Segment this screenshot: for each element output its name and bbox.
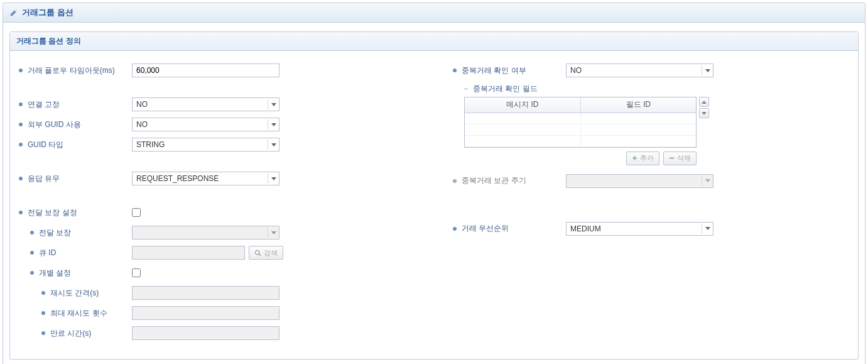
guid-type-combo[interactable]: STRING: [132, 138, 279, 152]
response-label: 응답 유무: [28, 174, 60, 184]
expire-row: 만료 시간(s): [19, 326, 415, 340]
flow-timeout-row: 거래 플로우 타임아웃(ms): [19, 63, 415, 77]
queue-id-label: 큐 ID: [39, 248, 56, 258]
response-row: 응답 유무 REQUEST_RESPONSE: [19, 172, 415, 185]
panel-title: 거래그룹 옵션: [22, 7, 73, 18]
fixed-conn-value: NO: [136, 100, 148, 109]
chevron-down-icon: [268, 140, 278, 150]
individual-row: 개별 설정: [19, 266, 415, 280]
dup-check-label: 중복거래 확인 여부: [462, 65, 526, 76]
priority-label: 거래 우선순위: [462, 223, 509, 234]
grid-col-field-id[interactable]: 필드 ID: [580, 97, 696, 113]
left-column: 거래 플로우 타임아웃(ms) 연결 고정 NO: [19, 57, 440, 346]
ext-guid-row: 외부 GUID 사용 NO: [19, 118, 415, 131]
panel-header: 거래그룹 옵션: [3, 3, 865, 23]
retry-interval-input[interactable]: [132, 286, 279, 300]
panel-body: 거래그룹 옵션 정의 거래 플로우 타임아웃(ms) 연결 고정: [3, 23, 865, 364]
scroll-down-button[interactable]: [699, 108, 709, 118]
delivery-row: 전달 보장: [19, 226, 415, 240]
chevron-down-icon: [268, 174, 278, 184]
chevron-down-icon: [702, 176, 712, 186]
grid-scroll-buttons: [699, 97, 709, 148]
delivery-setting-label: 전달 보장 설정: [28, 207, 77, 218]
fixed-conn-combo[interactable]: NO: [132, 97, 279, 111]
trade-group-options-panel: 거래그룹 옵션 거래그룹 옵션 정의 거래 플로우 타임아웃(ms) 연결 고정: [3, 3, 865, 364]
dup-check-value: NO: [570, 66, 582, 75]
ext-guid-combo[interactable]: NO: [132, 118, 279, 131]
fixed-conn-label: 연결 고정: [28, 99, 60, 110]
chevron-down-icon: [268, 119, 278, 130]
ext-guid-value: NO: [136, 120, 148, 129]
section-title: 거래그룹 옵션 정의: [10, 32, 858, 51]
individual-checkbox[interactable]: [132, 268, 141, 277]
svg-line-1: [259, 254, 261, 256]
fixed-conn-row: 연결 고정 NO: [19, 97, 415, 111]
add-button[interactable]: 추가: [626, 152, 659, 165]
search-button[interactable]: 검색: [249, 246, 283, 260]
dash-icon: [464, 89, 468, 89]
dup-fields-subhead: 중복거래 확인 필드: [464, 84, 849, 94]
chevron-down-icon: [702, 224, 712, 234]
queue-id-input[interactable]: [132, 246, 245, 260]
chevron-down-icon: [702, 65, 712, 75]
max-retry-label: 최대 재시도 횟수: [50, 308, 107, 319]
dup-fields-grid[interactable]: 메시지 ID 필드 ID: [464, 97, 697, 148]
guid-type-value: STRING: [136, 140, 165, 149]
response-combo[interactable]: REQUEST_RESPONSE: [132, 172, 279, 185]
queue-id-row: 큐 ID 검색: [19, 246, 415, 260]
dup-fields-label: 중복거래 확인 필드: [473, 84, 538, 94]
chevron-down-icon: [702, 112, 707, 115]
dup-keep-row: 중복거래 보관 주기: [453, 174, 849, 188]
max-retry-input[interactable]: [132, 306, 279, 320]
chevron-up-icon: [702, 101, 707, 104]
edit-icon: [9, 8, 18, 17]
search-icon: [254, 250, 261, 256]
grid-col-message-id[interactable]: 메시지 ID: [465, 97, 580, 113]
individual-label: 개별 설정: [39, 268, 71, 279]
table-row[interactable]: [465, 135, 696, 146]
guid-type-label: GUID 타입: [28, 140, 63, 150]
section-body: 거래 플로우 타임아웃(ms) 연결 고정 NO: [10, 51, 858, 359]
priority-value: MEDIUM: [570, 224, 601, 233]
add-button-label: 추가: [640, 153, 654, 163]
delivery-label: 전달 보장: [39, 228, 71, 238]
definition-section: 거래그룹 옵션 정의 거래 플로우 타임아웃(ms) 연결 고정: [9, 31, 859, 360]
flow-timeout-label: 거래 플로우 타임아웃(ms): [28, 65, 115, 76]
dup-check-row: 중복거래 확인 여부 NO: [453, 63, 849, 77]
chevron-down-icon: [268, 228, 278, 238]
dup-fields-grid-wrap: 메시지 ID 필드 ID: [464, 97, 849, 165]
plus-icon: [632, 155, 637, 161]
expire-input[interactable]: [132, 326, 279, 340]
delivery-combo[interactable]: [132, 226, 279, 240]
guid-type-row: GUID 타입 STRING: [19, 138, 415, 152]
dup-keep-label: 중복거래 보관 주기: [462, 175, 526, 186]
delete-button-label: 삭제: [677, 153, 691, 163]
ext-guid-label: 외부 GUID 사용: [28, 119, 81, 130]
delivery-setting-checkbox[interactable]: [132, 208, 141, 217]
table-row[interactable]: [465, 113, 696, 124]
svg-point-0: [255, 250, 259, 254]
delivery-setting-row: 전달 보장 설정: [19, 206, 415, 219]
scroll-up-button[interactable]: [699, 97, 709, 107]
delete-button[interactable]: 삭제: [663, 152, 697, 165]
retry-interval-label: 재시도 간격(s): [50, 288, 99, 299]
expire-label: 만료 시간(s): [50, 328, 91, 339]
priority-row: 거래 우선순위 MEDIUM: [453, 222, 849, 236]
table-row[interactable]: [465, 124, 696, 135]
grid-toolbar: 추가 삭제: [464, 152, 697, 165]
search-button-label: 검색: [264, 248, 278, 258]
dup-check-combo[interactable]: NO: [566, 63, 713, 77]
chevron-down-icon: [268, 99, 278, 109]
flow-timeout-input[interactable]: [132, 63, 279, 77]
priority-combo[interactable]: MEDIUM: [566, 222, 713, 236]
dup-keep-combo[interactable]: [566, 174, 713, 188]
response-value: REQUEST_RESPONSE: [136, 174, 219, 183]
right-column: 중복거래 확인 여부 NO 중복거래 확인 필드: [440, 57, 849, 346]
retry-interval-row: 재시도 간격(s): [19, 286, 415, 300]
max-retry-row: 최대 재시도 횟수: [19, 306, 415, 320]
minus-icon: [669, 155, 675, 161]
